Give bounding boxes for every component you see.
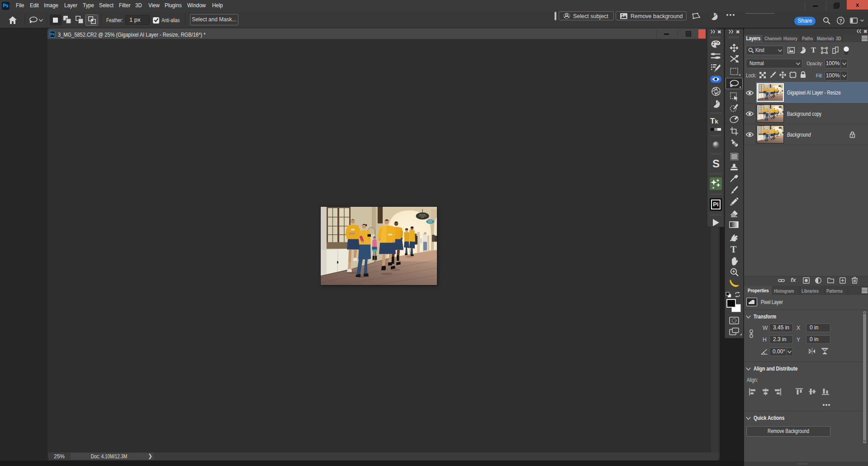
svg-text:?: ? <box>839 18 842 24</box>
